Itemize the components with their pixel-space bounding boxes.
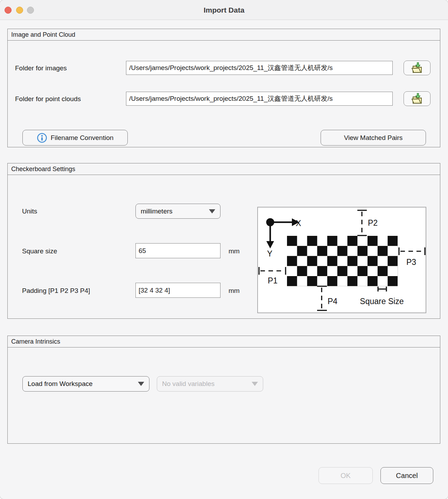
p1-dimension-line: [259, 267, 286, 275]
folder-images-input[interactable]: [126, 61, 393, 75]
units-label: Units: [22, 208, 37, 215]
view-matched-pairs-button[interactable]: View Matched Pairs: [321, 130, 426, 146]
folder-images-label: Folder for images: [15, 64, 67, 72]
p1-label: P1: [268, 276, 278, 285]
image-point-cloud-group: Image and Point Cloud Folder for images …: [7, 29, 440, 147]
x-axis-label: X: [296, 219, 301, 228]
folder-pointclouds-label: Folder for point clouds: [15, 95, 81, 103]
info-icon: [37, 133, 47, 143]
open-folder-icon: [411, 93, 424, 105]
square-size-input[interactable]: [135, 243, 220, 258]
padding-input[interactable]: [135, 283, 220, 298]
open-folder-icon: [411, 62, 424, 74]
square-size-bracket: [378, 287, 386, 291]
intrinsics-source-value: Load from Workspace: [28, 380, 135, 388]
ok-button-label: OK: [341, 472, 351, 480]
filename-convention-button[interactable]: Filename Convention: [22, 130, 128, 146]
intrinsics-source-dropdown[interactable]: Load from Workspace: [22, 376, 149, 392]
p3-label: P3: [406, 258, 416, 267]
chevron-down-icon: [209, 209, 215, 213]
checkerboard-pattern: [287, 236, 398, 286]
p2-label: P2: [368, 218, 378, 227]
intrinsics-variables-dropdown: No valid variables: [157, 376, 263, 392]
padding-label: Padding [P1 P2 P3 P4]: [22, 287, 90, 295]
cancel-button-label: Cancel: [396, 472, 418, 480]
group-title-checkerboard-settings: Checkerboard Settings: [8, 163, 440, 175]
p4-dimension-line: [317, 286, 327, 310]
square-size-unit: mm: [229, 247, 240, 255]
checkerboard-diagram-svg: X Y P2 P3: [258, 208, 426, 312]
p2-dimension-line: [357, 210, 367, 236]
y-axis-label: Y: [267, 249, 272, 258]
chevron-down-icon: [252, 382, 258, 386]
units-dropdown[interactable]: millimeters: [135, 204, 220, 219]
view-matched-pairs-label: View Matched Pairs: [344, 134, 403, 142]
dialog-title: Import Data: [0, 0, 448, 20]
ok-button: OK: [318, 467, 373, 484]
checkerboard-settings-group: Checkerboard Settings Units millimeters …: [7, 163, 440, 319]
chevron-down-icon: [138, 382, 144, 386]
group-title-camera-intrinsics: Camera Intrinsics: [8, 336, 440, 347]
diagram-square-size-label: Square Size: [360, 297, 404, 306]
padding-unit: mm: [229, 287, 240, 295]
group-title-image-point-cloud: Image and Point Cloud: [8, 29, 440, 41]
browse-images-button[interactable]: [404, 61, 430, 75]
square-size-label: Square size: [22, 247, 57, 255]
browse-pointclouds-button[interactable]: [404, 91, 430, 106]
checkerboard-diagram: X Y P2 P3: [257, 207, 426, 313]
filename-convention-label: Filename Convention: [51, 134, 114, 142]
import-data-dialog: Import Data Image and Point Cloud Folder…: [0, 0, 448, 499]
title-bar: Import Data: [0, 0, 448, 20]
camera-intrinsics-group: Camera Intrinsics Load from Workspace No…: [7, 336, 440, 444]
folder-pointclouds-input[interactable]: [126, 92, 393, 106]
intrinsics-variables-value: No valid variables: [162, 380, 249, 388]
p3-dimension-line: [399, 247, 425, 255]
p4-label: P4: [328, 297, 337, 306]
units-selected-value: millimeters: [141, 208, 206, 215]
cancel-button[interactable]: Cancel: [380, 467, 433, 484]
